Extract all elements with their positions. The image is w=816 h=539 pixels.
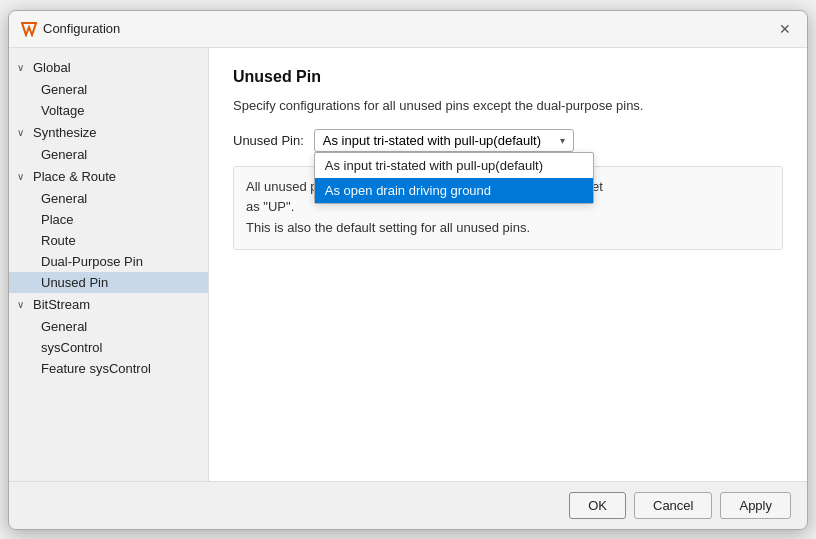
sidebar-item-feature-syscontrol[interactable]: Feature sysControl [9, 358, 208, 379]
close-button[interactable]: ✕ [775, 19, 795, 39]
sidebar-item-bitstream[interactable]: ∨ BitStream [9, 293, 208, 316]
dropdown-menu: As input tri-stated with pull-up(default… [314, 152, 594, 204]
sidebar-item-pr-route[interactable]: Route [9, 230, 208, 251]
sidebar-label-synthesize: Synthesize [33, 125, 97, 140]
sidebar-label-pr-general: General [41, 191, 87, 206]
dropdown-option-0[interactable]: As input tri-stated with pull-up(default… [315, 153, 593, 178]
ok-button[interactable]: OK [569, 492, 626, 519]
sidebar-item-place-route[interactable]: ∨ Place & Route [9, 165, 208, 188]
title-bar: Configuration ✕ [9, 11, 807, 48]
sidebar-label-bitstream: BitStream [33, 297, 90, 312]
unused-pin-dropdown[interactable]: As input tri-stated with pull-up(default… [314, 129, 574, 152]
chevron-synthesize-icon: ∨ [17, 127, 29, 138]
sidebar-label-global-voltage: Voltage [41, 103, 84, 118]
sidebar-label-syscontrol: sysControl [41, 340, 102, 355]
sidebar: ∨ Global General Voltage ∨ Synthesize Ge… [9, 48, 209, 481]
sidebar-label-global-general: General [41, 82, 87, 97]
sidebar-label-feature-syscontrol: Feature sysControl [41, 361, 151, 376]
info-line-3: This is also the default setting for all… [246, 218, 770, 239]
sidebar-label-global: Global [33, 60, 71, 75]
sidebar-item-dual-purpose[interactable]: Dual-Purpose Pin [9, 251, 208, 272]
chevron-global-icon: ∨ [17, 62, 29, 73]
chevron-bitstream-icon: ∨ [17, 299, 29, 310]
sidebar-label-place-route: Place & Route [33, 169, 116, 184]
form-label-unused-pin: Unused Pin: [233, 133, 304, 148]
footer: OK Cancel Apply [9, 481, 807, 529]
title-bar-left: Configuration [21, 21, 120, 37]
dialog-body: ∨ Global General Voltage ∨ Synthesize Ge… [9, 48, 807, 481]
sidebar-item-global[interactable]: ∨ Global [9, 56, 208, 79]
app-icon [21, 21, 37, 37]
sidebar-item-global-voltage[interactable]: Voltage [9, 100, 208, 121]
sidebar-label-dual-purpose: Dual-Purpose Pin [41, 254, 143, 269]
sidebar-item-bs-general[interactable]: General [9, 316, 208, 337]
main-content: Unused Pin Specify configurations for al… [209, 48, 807, 481]
cancel-button[interactable]: Cancel [634, 492, 712, 519]
chevron-place-route-icon: ∨ [17, 171, 29, 182]
page-description: Specify configurations for all unused pi… [233, 98, 783, 113]
sidebar-label-synth-general: General [41, 147, 87, 162]
sidebar-item-pr-place[interactable]: Place [9, 209, 208, 230]
page-title: Unused Pin [233, 68, 783, 86]
sidebar-item-pr-general[interactable]: General [9, 188, 208, 209]
sidebar-label-pr-place: Place [41, 212, 74, 227]
sidebar-label-bs-general: General [41, 319, 87, 334]
sidebar-item-syscontrol[interactable]: sysControl [9, 337, 208, 358]
dropdown-selected-value: As input tri-stated with pull-up(default… [323, 133, 541, 148]
sidebar-item-synthesize[interactable]: ∨ Synthesize [9, 121, 208, 144]
dialog-title: Configuration [43, 21, 120, 36]
configuration-dialog: Configuration ✕ ∨ Global General Voltage… [8, 10, 808, 530]
sidebar-item-unused-pin[interactable]: Unused Pin [9, 272, 208, 293]
dropdown-option-2[interactable]: As open drain driving ground [315, 178, 593, 203]
sidebar-item-synthesize-general[interactable]: General [9, 144, 208, 165]
apply-button[interactable]: Apply [720, 492, 791, 519]
chevron-down-icon: ▾ [560, 135, 565, 146]
sidebar-label-unused-pin: Unused Pin [41, 275, 108, 290]
form-row-unused-pin: Unused Pin: As input tri-stated with pul… [233, 129, 783, 152]
sidebar-label-pr-route: Route [41, 233, 76, 248]
dropdown-wrapper: As input tri-stated with pull-up(default… [314, 129, 574, 152]
sidebar-item-global-general[interactable]: General [9, 79, 208, 100]
svg-marker-0 [22, 23, 36, 35]
